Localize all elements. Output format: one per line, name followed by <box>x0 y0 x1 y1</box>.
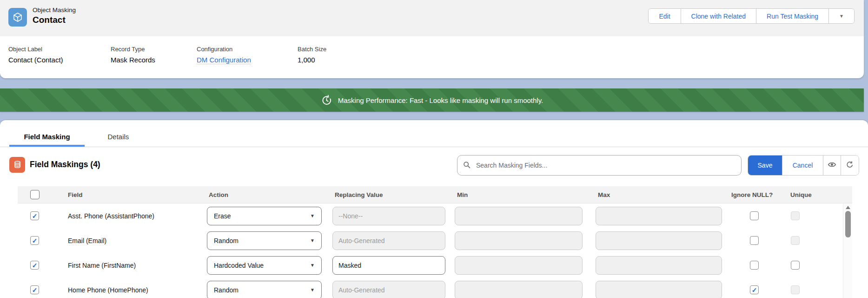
masking-performance-banner: Masking Performance: Fast - Looks like m… <box>0 88 864 112</box>
chevron-down-icon: ▼ <box>310 287 315 292</box>
column-header-action: Action <box>202 191 328 198</box>
field-maskings-table: Field Action Replacing Value Min Max Ign… <box>18 186 852 298</box>
column-header-unique: Unique <box>786 191 852 198</box>
object-label-value: Contact (Contact) <box>8 56 111 64</box>
refresh-button[interactable] <box>841 156 859 175</box>
action-select-value: Random <box>214 237 239 244</box>
select-all-checkbox[interactable] <box>30 190 40 199</box>
tab-details[interactable]: Details <box>107 133 129 141</box>
ignore-null-checkbox[interactable] <box>750 236 759 245</box>
record-detail-fields: Object Label Contact (Contact) Record Ty… <box>0 36 864 64</box>
row-select-checkbox[interactable] <box>30 261 39 270</box>
min-input[interactable] <box>455 231 583 250</box>
field-name: Home Phone (HomePhone) <box>51 286 202 294</box>
eye-icon <box>828 160 836 170</box>
configuration-link[interactable]: DM Configuration <box>197 56 251 64</box>
table-row: First Name (FirstName) Hardcoded Value▼ <box>18 253 852 278</box>
run-test-masking-button[interactable]: Run Test Masking <box>756 9 829 23</box>
preview-button[interactable] <box>823 156 841 175</box>
field-name: First Name (FirstName) <box>51 262 202 269</box>
action-select[interactable]: Random▼ <box>207 281 322 298</box>
configuration-label: Configuration <box>197 46 298 53</box>
chevron-down-icon: ▼ <box>310 263 315 268</box>
save-button[interactable]: Save <box>748 156 782 175</box>
record-header-card: Object Masking Contact Edit Clone with R… <box>0 0 864 78</box>
replacing-value-input[interactable] <box>332 281 445 298</box>
object-label-label: Object Label <box>8 46 111 53</box>
chevron-down-icon: ▼ <box>310 213 315 218</box>
clone-with-related-button[interactable]: Clone with Related <box>681 9 757 23</box>
page-title: Contact <box>33 15 76 25</box>
max-input[interactable] <box>596 281 722 298</box>
app-label: Object Masking <box>33 7 76 14</box>
section-title: Field Maskings (4) <box>30 160 100 169</box>
search-icon <box>463 161 471 171</box>
max-input[interactable] <box>596 207 722 225</box>
min-input[interactable] <box>455 207 583 225</box>
unique-checkbox[interactable] <box>791 285 800 294</box>
tab-details-label: Details <box>107 133 129 141</box>
tab-field-masking[interactable]: Field Masking <box>9 133 85 147</box>
tab-bar: Field Masking Details <box>0 120 868 147</box>
cancel-button[interactable]: Cancel <box>782 156 823 175</box>
column-header-ignore-null: Ignore NULL? <box>727 191 786 198</box>
action-select[interactable]: Erase▼ <box>207 207 322 225</box>
object-masking-icon <box>8 8 27 27</box>
table-row: Asst. Phone (AssistantPhone) Erase▼ <box>18 203 852 228</box>
more-actions-dropdown-button[interactable]: ▼ <box>829 9 854 23</box>
table-row: Home Phone (HomePhone) Random▼ <box>18 278 852 298</box>
active-tab-underline <box>9 145 85 147</box>
replacing-value-input[interactable] <box>332 256 445 275</box>
scrollbar-up-arrow-icon[interactable] <box>846 206 850 209</box>
action-select[interactable]: Random▼ <box>207 231 322 250</box>
replacing-value-input[interactable] <box>332 231 445 250</box>
search-input[interactable] <box>457 155 742 176</box>
ignore-null-checkbox[interactable] <box>750 261 759 270</box>
tab-divider <box>0 147 868 147</box>
column-header-min: Min <box>450 191 590 198</box>
replacing-value-input[interactable] <box>332 207 445 225</box>
action-select-value: Random <box>214 286 239 294</box>
max-input[interactable] <box>596 231 722 250</box>
unique-checkbox[interactable] <box>791 236 800 245</box>
table-scrollbar[interactable] <box>843 203 852 298</box>
max-input[interactable] <box>596 256 722 275</box>
edit-button[interactable]: Edit <box>649 9 681 23</box>
tab-field-masking-label: Field Masking <box>24 133 70 141</box>
chevron-down-icon: ▼ <box>310 238 315 243</box>
action-select[interactable]: Hardcoded Value▼ <box>207 256 322 275</box>
scrollbar-thumb[interactable] <box>845 211 851 237</box>
table-row: Email (Email) Random▼ <box>18 228 852 253</box>
save-cancel-group: Save Cancel <box>748 155 859 176</box>
unique-checkbox[interactable] <box>791 211 800 220</box>
ignore-null-checkbox[interactable] <box>750 211 759 220</box>
record-header: Object Masking Contact Edit Clone with R… <box>0 0 864 36</box>
record-action-group: Edit Clone with Related Run Test Masking… <box>648 8 855 24</box>
field-masking-card: Field Masking Details Field Maskings (4) <box>0 120 868 298</box>
clock-refresh-icon <box>321 95 332 106</box>
database-icon <box>9 157 25 173</box>
batch-size-value: 1,000 <box>298 56 326 64</box>
row-select-checkbox[interactable] <box>30 236 39 245</box>
batch-size-label: Batch Size <box>298 46 326 53</box>
banner-message: Masking Performance: Fast - Looks like m… <box>338 96 543 104</box>
min-input[interactable] <box>455 281 583 298</box>
record-type-label: Record Type <box>111 46 197 53</box>
column-header-replacing-value: Replacing Value <box>328 191 450 198</box>
ignore-null-checkbox[interactable] <box>750 285 759 294</box>
field-name: Email (Email) <box>51 237 202 244</box>
action-select-value: Erase <box>214 212 231 220</box>
record-type-value: Mask Records <box>111 56 197 64</box>
refresh-icon <box>846 161 854 170</box>
action-select-value: Hardcoded Value <box>214 262 264 269</box>
row-select-checkbox[interactable] <box>30 285 39 294</box>
column-header-max: Max <box>590 191 727 198</box>
row-select-checkbox[interactable] <box>30 211 39 220</box>
min-input[interactable] <box>455 256 583 275</box>
field-name: Asst. Phone (AssistantPhone) <box>51 212 202 220</box>
chevron-down-icon: ▼ <box>839 14 844 19</box>
unique-checkbox[interactable] <box>791 261 800 270</box>
table-header-row: Field Action Replacing Value Min Max Ign… <box>18 186 852 203</box>
column-header-field: Field <box>51 191 202 198</box>
field-maskings-toolbar: Field Maskings (4) Save Cancel <box>0 155 868 176</box>
